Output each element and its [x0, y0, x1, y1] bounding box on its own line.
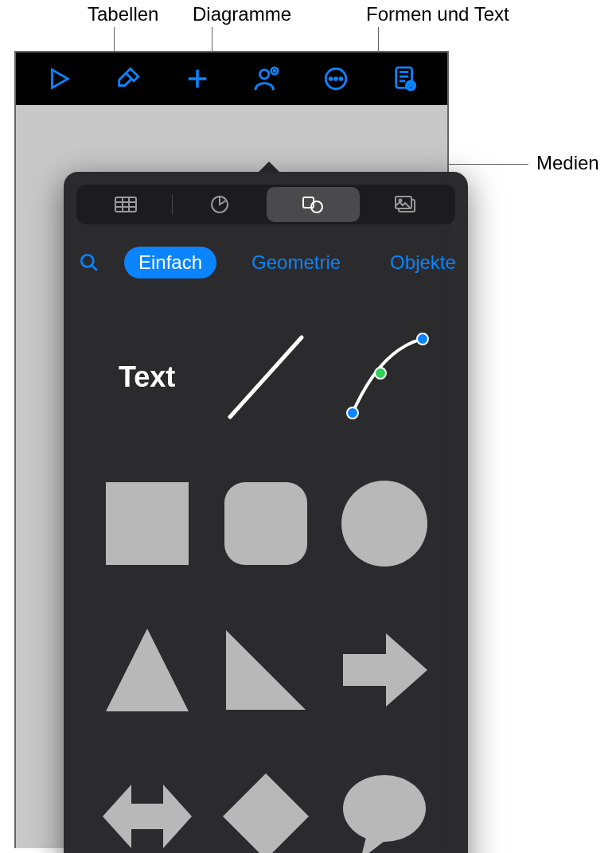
svg-marker-41 [103, 785, 192, 848]
category-objekte[interactable]: Objekte [376, 247, 468, 278]
shape-line[interactable] [214, 325, 318, 429]
shape-speech-bubble[interactable] [333, 765, 436, 853]
app-window: Einfach Geometrie Objekte Ti Text [14, 51, 449, 848]
callout-tables-label: Tabellen [88, 3, 158, 25]
insert-popover: Einfach Geometrie Objekte Ti Text [64, 172, 468, 853]
callout-charts-label: Diagramme [193, 3, 291, 25]
top-toolbar [16, 53, 447, 105]
callout-media-label: Medien [536, 152, 599, 174]
format-brush-button[interactable] [107, 58, 149, 99]
svg-point-37 [341, 481, 427, 567]
search-icon[interactable] [75, 248, 103, 277]
segment-media[interactable] [360, 187, 453, 222]
svg-marker-40 [343, 633, 427, 707]
shape-square[interactable] [96, 472, 199, 575]
shape-rounded-square[interactable] [214, 472, 318, 575]
shape-diamond[interactable] [214, 765, 318, 853]
svg-point-29 [81, 255, 93, 267]
svg-marker-38 [106, 629, 189, 711]
svg-point-33 [375, 368, 386, 379]
svg-rect-35 [106, 482, 189, 565]
category-einfach[interactable]: Einfach [124, 247, 216, 278]
shape-right-triangle[interactable] [214, 618, 318, 722]
presenter-notes-button[interactable] [384, 58, 426, 99]
svg-line-30 [92, 265, 97, 271]
play-button[interactable] [38, 58, 80, 99]
svg-point-9 [334, 78, 337, 80]
svg-marker-42 [223, 773, 309, 853]
shape-curve[interactable] [333, 325, 436, 429]
callout-line [439, 164, 528, 165]
shape-triangle[interactable] [96, 618, 199, 722]
insert-type-segmented [76, 185, 455, 224]
svg-point-3 [259, 70, 268, 79]
svg-line-31 [230, 337, 302, 417]
svg-point-32 [347, 407, 358, 419]
segment-charts[interactable] [173, 187, 266, 222]
shape-arrow-right[interactable] [333, 618, 436, 722]
svg-rect-36 [224, 482, 307, 565]
more-button[interactable] [315, 58, 357, 99]
svg-rect-18 [115, 197, 136, 212]
shape-text[interactable]: Text [96, 325, 199, 429]
segment-shapes[interactable] [267, 187, 360, 222]
svg-point-43 [343, 775, 426, 842]
shape-double-arrow[interactable] [96, 765, 199, 853]
callout-shapes-label: Formen und Text [366, 3, 509, 25]
shape-circle[interactable] [333, 472, 436, 575]
svg-marker-0 [52, 70, 68, 88]
insert-button[interactable] [177, 58, 218, 99]
svg-point-34 [417, 333, 428, 345]
shape-category-row: Einfach Geometrie Objekte Ti [64, 243, 468, 282]
svg-point-10 [339, 78, 341, 80]
svg-marker-39 [226, 630, 306, 710]
collaborate-button[interactable] [246, 58, 287, 99]
svg-point-8 [329, 78, 332, 80]
category-geometrie[interactable]: Geometrie [237, 247, 355, 278]
segment-tables[interactable] [79, 187, 172, 222]
shape-grid: Text [64, 306, 468, 853]
